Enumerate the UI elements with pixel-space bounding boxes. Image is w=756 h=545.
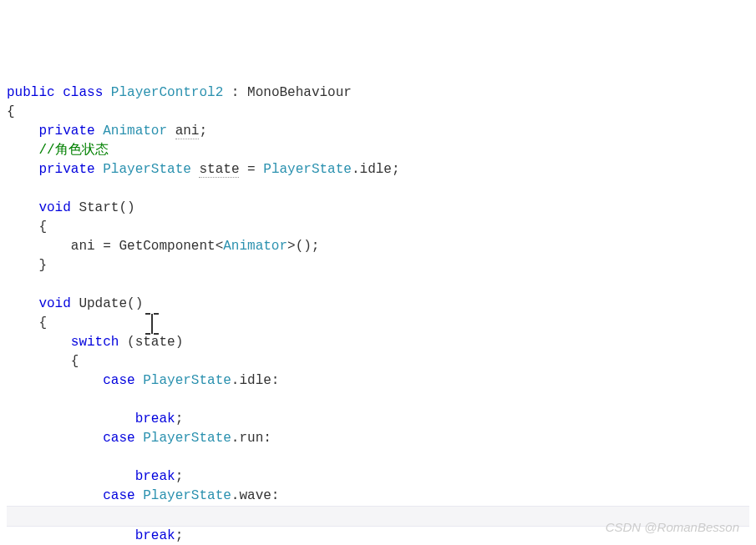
type-playerstate: PlayerState [263, 162, 352, 177]
text: = [239, 162, 263, 177]
keyword-switch: switch [71, 335, 119, 350]
current-line-highlight [7, 506, 749, 527]
keyword-private: private [38, 162, 94, 177]
brace: { [71, 354, 79, 369]
type-animator: Animator [103, 124, 167, 139]
class-name: PlayerControl2 [111, 85, 223, 100]
brace: { [7, 104, 15, 119]
keyword-void: void [38, 200, 70, 215]
type-playerstate: PlayerState [143, 431, 231, 446]
keyword-break: break [135, 469, 175, 484]
keyword-case: case [103, 431, 134, 446]
brace: { [38, 220, 47, 235]
text: .idle; [352, 162, 400, 177]
code-block: public class PlayerControl2 : MonoBehavi… [7, 83, 749, 545]
keyword-break: break [135, 528, 175, 543]
semicolon: ; [175, 469, 184, 484]
text: .run: [231, 431, 271, 446]
text: : MonoBehaviour [223, 85, 352, 100]
semicolon: ; [175, 411, 184, 426]
type-playerstate: PlayerState [103, 162, 191, 177]
type-playerstate: PlayerState [143, 373, 231, 388]
keyword-case: case [103, 373, 134, 388]
var-ani: ani [175, 124, 200, 139]
keyword-break: break [135, 411, 175, 426]
brace: { [38, 315, 47, 331]
keyword-public: public [7, 85, 55, 100]
brace: } [38, 258, 47, 273]
method-start: Start() [71, 200, 135, 215]
text: ani = GetComponent< [71, 239, 223, 254]
text: .wave: [231, 488, 280, 503]
keyword-void: void [38, 296, 70, 311]
keyword-case: case [103, 488, 134, 503]
keyword-class: class [63, 85, 103, 100]
comment: //角色状态 [38, 143, 108, 158]
var-state: state [199, 162, 239, 178]
type-playerstate: PlayerState [143, 488, 231, 503]
type-animator: Animator [223, 239, 287, 254]
text: >(); [287, 239, 319, 254]
method-update: Update() [71, 296, 143, 311]
keyword-private: private [38, 124, 94, 139]
semicolon: ; [175, 528, 184, 543]
text: (state) [119, 335, 183, 350]
text: .idle: [231, 373, 280, 388]
semicolon: ; [199, 124, 207, 139]
